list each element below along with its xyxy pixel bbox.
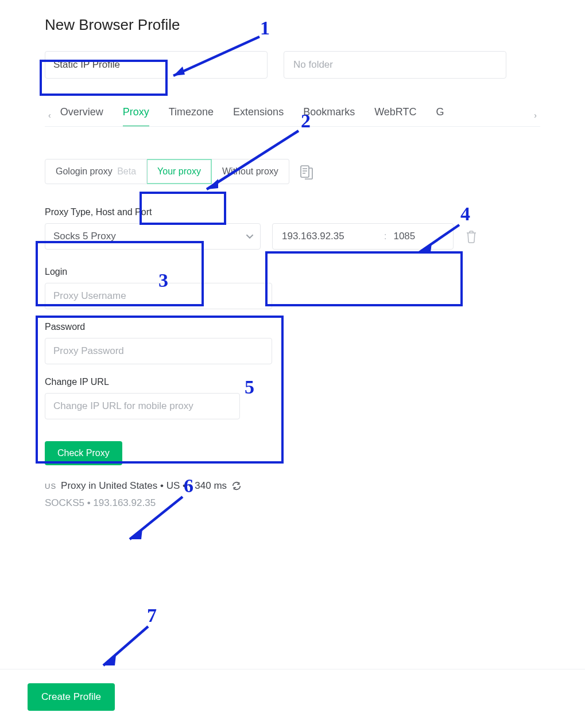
tabs-scroll-right[interactable]: › — [530, 107, 540, 123]
proxy-mode-gologin-label: Gologin proxy — [56, 166, 113, 176]
proxy-status-text: Proxy in United States • US • • 340 ms — [61, 480, 227, 492]
profile-name-input[interactable] — [45, 51, 268, 79]
proxy-host-input[interactable] — [281, 230, 378, 243]
tab-bookmarks[interactable]: Bookmarks — [303, 104, 355, 120]
host-port-colon: : — [384, 231, 386, 242]
login-label: Login — [45, 267, 540, 277]
host-port-input[interactable]: : — [272, 223, 454, 250]
proxy-mode-your[interactable]: Your proxy — [147, 159, 212, 184]
proxy-type-select[interactable]: Socks 5 Proxy — [45, 223, 261, 250]
annotation-number-7: 7 — [147, 605, 157, 626]
svg-rect-0 — [301, 166, 309, 177]
password-label: Password — [45, 322, 540, 332]
proxy-password-input[interactable] — [45, 338, 272, 364]
paste-proxy-icon[interactable] — [300, 163, 313, 180]
tab-webrtc[interactable]: WebRTC — [374, 104, 416, 120]
tab-proxy[interactable]: Proxy — [123, 104, 149, 120]
proxy-host-label: Proxy Type, Host and Port — [45, 207, 540, 217]
folder-select[interactable] — [284, 51, 506, 79]
change-ip-url-input[interactable] — [45, 393, 240, 419]
svg-marker-8 — [130, 529, 142, 539]
proxy-username-input[interactable] — [45, 283, 272, 309]
folder-select-input[interactable] — [292, 59, 498, 71]
tab-more[interactable]: G — [436, 104, 444, 120]
change-ip-label: Change IP URL — [45, 377, 540, 387]
check-proxy-button[interactable]: Check Proxy — [45, 441, 122, 465]
tab-timezone[interactable]: Timezone — [169, 104, 214, 120]
tab-overview[interactable]: Overview — [60, 104, 103, 120]
proxy-mode-without-label: Without proxy — [222, 166, 278, 176]
proxy-status-detail: SOCKS5 • 193.163.92.35 — [45, 497, 540, 509]
beta-badge: Beta — [117, 166, 136, 176]
trash-icon[interactable] — [465, 229, 478, 243]
svg-marker-10 — [103, 655, 116, 665]
proxy-port-input[interactable] — [392, 230, 438, 243]
proxy-mode-segmented: Gologin proxy Beta Your proxy Without pr… — [45, 159, 289, 184]
svg-line-9 — [103, 626, 148, 665]
proxy-mode-without[interactable]: Without proxy — [212, 159, 289, 184]
country-flag: US — [45, 482, 56, 490]
create-profile-button[interactable]: Create Profile — [28, 683, 115, 711]
tabs-scroll-left[interactable]: ‹ — [45, 107, 55, 123]
proxy-mode-gologin[interactable]: Gologin proxy Beta — [45, 159, 147, 184]
page-title: New Browser Profile — [45, 16, 540, 34]
proxy-type-value: Socks 5 Proxy — [53, 231, 116, 242]
refresh-icon[interactable] — [231, 481, 242, 491]
proxy-mode-your-label: Your proxy — [157, 166, 201, 176]
tab-extensions[interactable]: Extensions — [233, 104, 284, 120]
